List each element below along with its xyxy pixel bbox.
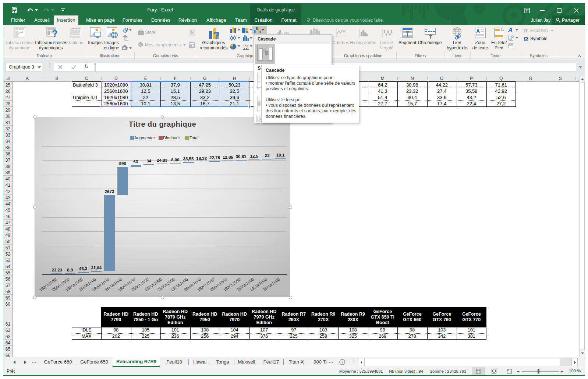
svg-text:?: ? bbox=[52, 28, 58, 38]
svg-text:?: ? bbox=[213, 29, 220, 41]
svg-text:A: A bbox=[476, 28, 480, 34]
